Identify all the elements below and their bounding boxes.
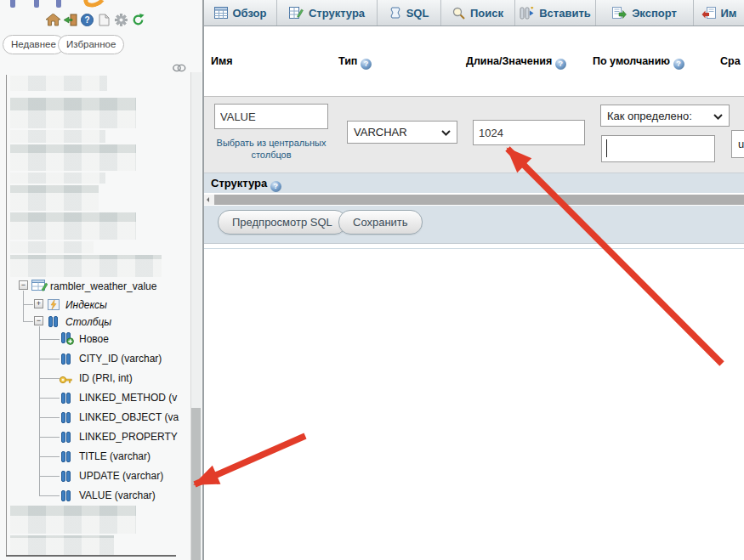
tree-guide-line xyxy=(6,75,7,555)
tree-group-columns[interactable]: Столбцы xyxy=(65,316,111,328)
logout-door-icon[interactable] xyxy=(63,14,77,26)
tree-connector xyxy=(39,495,60,496)
logo-fragment xyxy=(56,0,61,8)
help-icon[interactable] xyxy=(555,59,566,70)
sidebar-toolbar: ? xyxy=(46,14,145,26)
chevron-down-icon xyxy=(713,110,723,122)
browse-icon xyxy=(214,7,228,19)
redacted-block xyxy=(10,506,136,534)
redacted-block xyxy=(10,535,114,556)
tab-label: Структура xyxy=(309,7,365,20)
tab-import[interactable]: Им xyxy=(694,0,744,25)
search-icon xyxy=(452,7,465,20)
tab-insert[interactable]: Вставить xyxy=(515,0,596,25)
column-icon xyxy=(61,489,71,505)
home-icon[interactable] xyxy=(46,14,60,26)
redacted-block xyxy=(10,173,105,184)
help-icon[interactable] xyxy=(361,59,372,70)
tree-connector xyxy=(39,339,60,340)
tree-column-new[interactable]: Новое xyxy=(79,333,109,345)
phpmyadmin-window: ? Недавнее Избранное xyxy=(0,0,744,560)
expand-toggle[interactable] xyxy=(34,299,43,308)
tree-connector xyxy=(23,291,24,321)
tree-connector xyxy=(23,321,33,322)
collation-select[interactable]: ut xyxy=(731,130,744,158)
header-type: Тип xyxy=(338,55,372,70)
tree-connector xyxy=(39,378,60,379)
logo-fragment xyxy=(10,0,15,8)
tree-table-rambler-weather-value[interactable]: rambler_weather_value xyxy=(50,280,156,292)
form-bottom-divider xyxy=(204,248,744,249)
column-icon xyxy=(61,411,71,427)
type-select[interactable]: VARCHAR xyxy=(347,121,457,144)
tree-column-linked-property[interactable]: LINKED_PROPERTY xyxy=(79,431,178,443)
indexes-icon xyxy=(48,298,60,314)
redacted-block xyxy=(10,185,99,211)
tree-scrollbar-thumb[interactable] xyxy=(191,408,201,560)
header-length: Длина/Значения xyxy=(466,55,566,70)
tab-label: SQL xyxy=(406,7,429,20)
collapse-toggle[interactable] xyxy=(19,280,28,290)
tree-column-linked-object[interactable]: LINKED_OBJECT (va xyxy=(79,411,179,423)
tree-column-value[interactable]: VALUE (varchar) xyxy=(79,489,156,501)
settings-gear-icon[interactable] xyxy=(114,14,128,26)
tree-connector xyxy=(39,476,60,477)
column-icon xyxy=(61,470,71,485)
text-caret xyxy=(606,139,607,157)
favorite-tables-button[interactable]: Избранное xyxy=(58,35,124,54)
save-button[interactable]: Сохранить xyxy=(338,210,423,235)
column-name-input[interactable] xyxy=(214,104,328,129)
docs-icon[interactable] xyxy=(97,14,111,26)
central-columns-link[interactable]: Выбрать из центральных столбцов xyxy=(214,137,328,161)
refresh-icon[interactable] xyxy=(131,14,145,26)
help-icon[interactable]: ? xyxy=(80,14,94,26)
tab-export[interactable]: Экспорт xyxy=(596,0,694,25)
default-select[interactable]: Как определено: xyxy=(600,105,730,127)
insert-icon xyxy=(520,7,534,20)
tab-label: Поиск xyxy=(470,7,503,20)
tab-structure[interactable]: Структура xyxy=(277,0,378,25)
tree-connector xyxy=(39,417,60,418)
tab-browse[interactable]: Обзор xyxy=(204,0,277,25)
header-default: По умолчанию xyxy=(593,55,684,70)
header-name: Имя xyxy=(211,55,233,67)
redacted-block xyxy=(10,212,136,240)
redacted-block xyxy=(10,144,136,171)
tree-connector xyxy=(39,456,60,457)
help-icon[interactable] xyxy=(673,59,684,70)
tab-label: Экспорт xyxy=(632,7,677,20)
svg-text:?: ? xyxy=(84,15,89,25)
table-icon xyxy=(31,280,48,296)
tree-column-id[interactable]: ID (PRI, int) xyxy=(79,372,133,384)
tree-connector xyxy=(39,398,60,399)
tree-group-indexes[interactable]: Индексы xyxy=(65,299,107,311)
column-icon xyxy=(61,450,71,466)
tree-bottom-divider xyxy=(6,555,176,557)
tab-sql[interactable]: SQL xyxy=(378,0,441,25)
table-tabs-bar: Обзор Структура SQL Поиск Вставить Экспо… xyxy=(204,0,744,26)
horizontal-scrollbar-thumb[interactable] xyxy=(214,195,744,205)
structure-section-header: Структура xyxy=(204,173,744,193)
tree-column-linked-method[interactable]: LINKED_METHOD (v xyxy=(79,392,177,404)
scroll-left-icon[interactable] xyxy=(204,195,214,205)
length-values-input[interactable] xyxy=(473,120,585,145)
tree-column-update[interactable]: UPDATE (varchar) xyxy=(79,470,163,482)
navigation-sidebar: ? Недавнее Избранное xyxy=(0,0,202,560)
column-icon xyxy=(61,353,71,368)
collapse-toggle[interactable] xyxy=(34,316,43,325)
logo-fragment xyxy=(82,0,108,9)
tree-connector xyxy=(39,437,60,438)
tab-search[interactable]: Поиск xyxy=(441,0,515,25)
link-chain-icon[interactable] xyxy=(173,60,186,76)
phpmyadmin-logo-partial xyxy=(0,0,202,9)
recent-tables-button[interactable]: Недавнее xyxy=(3,35,65,54)
preview-sql-button[interactable]: Предпросмотр SQL xyxy=(218,210,347,235)
tree-connector xyxy=(39,359,60,359)
new-column-icon xyxy=(61,332,74,348)
tree-column-title[interactable]: TITLE (varchar) xyxy=(79,450,151,462)
column-icon xyxy=(61,431,71,446)
tree-column-city-id[interactable]: CITY_ID (varchar) xyxy=(79,353,162,365)
help-icon[interactable] xyxy=(270,181,281,192)
default-value-input[interactable] xyxy=(601,135,715,162)
header-collation: Сра xyxy=(720,55,741,67)
